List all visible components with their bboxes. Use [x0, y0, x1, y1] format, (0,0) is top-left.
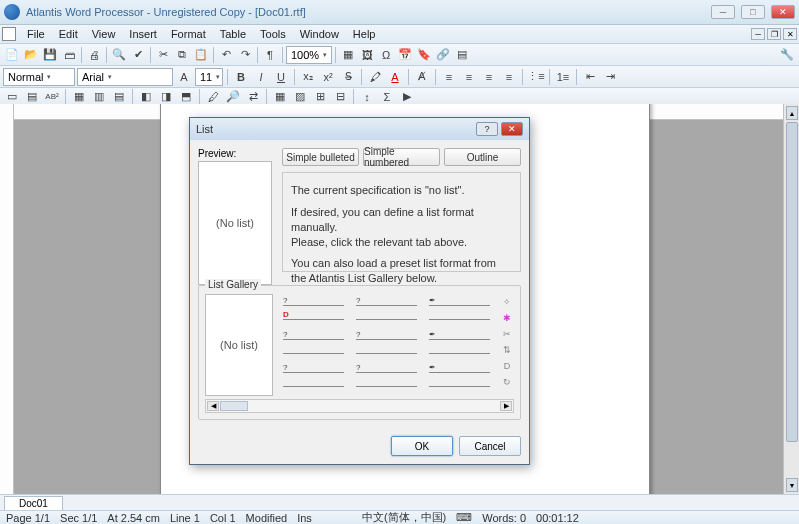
spell-icon[interactable]: ✔ [129, 46, 147, 64]
new-icon[interactable]: 📄 [3, 46, 21, 64]
style-dropdown[interactable]: Normal [3, 68, 75, 86]
menu-help[interactable]: Help [346, 27, 383, 41]
hyperlink-icon[interactable]: 🔗 [434, 46, 452, 64]
split-icon[interactable]: ⊟ [331, 88, 349, 106]
macro-icon[interactable]: ▶ [398, 88, 416, 106]
italic-icon[interactable]: I [252, 68, 270, 86]
tab-simple-bulleted[interactable]: Simple bulleted [282, 148, 359, 166]
menu-window[interactable]: Window [293, 27, 346, 41]
undo-icon[interactable]: ↶ [217, 46, 235, 64]
scroll-up-icon[interactable]: ▲ [786, 106, 798, 120]
gallery-item[interactable] [281, 363, 346, 393]
bold-icon[interactable]: B [232, 68, 250, 86]
gallery-refresh-icon[interactable]: ↻ [501, 376, 513, 388]
highlight-icon[interactable]: 🖍 [366, 68, 384, 86]
status-page[interactable]: Page 1/1 [6, 512, 50, 524]
dialog-titlebar[interactable]: List ? ✕ [190, 118, 529, 140]
abc-icon[interactable]: AB² [43, 88, 61, 106]
ok-button[interactable]: OK [391, 436, 453, 456]
status-time[interactable]: 00:01:12 [536, 512, 579, 524]
gallery-item[interactable] [281, 330, 346, 360]
align-center-icon[interactable]: ≡ [460, 68, 478, 86]
gallery-d-icon[interactable]: D [501, 360, 513, 372]
scrollbar-vertical[interactable]: ▲ ▼ [783, 104, 799, 494]
bookmark-icon[interactable]: 🔖 [415, 46, 433, 64]
bullets-icon[interactable]: ⋮≡ [527, 68, 545, 86]
gallery-item[interactable] [427, 363, 492, 393]
save-all-icon[interactable]: 🗃 [60, 46, 78, 64]
gallery-down-icon[interactable]: ⇅ [501, 344, 513, 356]
shading-icon[interactable]: ▨ [291, 88, 309, 106]
dialog-help-button[interactable]: ? [476, 122, 498, 136]
close-button[interactable]: ✕ [771, 5, 795, 19]
find-icon[interactable]: 🔎 [224, 88, 242, 106]
gallery-scrollbar[interactable]: ◀ ▶ [205, 399, 514, 413]
table-icon[interactable]: ▦ [339, 46, 357, 64]
status-modified[interactable]: Modified [246, 512, 288, 524]
paste-icon[interactable]: 📋 [192, 46, 210, 64]
gallery-icon[interactable]: ▤ [453, 46, 471, 64]
copy-icon[interactable]: ⧉ [173, 46, 191, 64]
align-left-icon[interactable]: ≡ [440, 68, 458, 86]
sort-icon[interactable]: ↕ [358, 88, 376, 106]
gallery-item[interactable] [427, 296, 492, 326]
scroll-down-icon[interactable]: ▼ [786, 478, 798, 492]
menu-view[interactable]: View [85, 27, 123, 41]
dialog-close-button[interactable]: ✕ [501, 122, 523, 136]
symbol-icon[interactable]: Ω [377, 46, 395, 64]
menu-table[interactable]: Table [213, 27, 253, 41]
numbering-icon[interactable]: 1≡ [554, 68, 572, 86]
status-ins[interactable]: Ins [297, 512, 312, 524]
align-justify-icon[interactable]: ≡ [500, 68, 518, 86]
replace-icon[interactable]: ⇄ [244, 88, 262, 106]
status-at[interactable]: At 2.54 cm [107, 512, 160, 524]
mdi-close[interactable]: ✕ [783, 28, 797, 40]
cut-icon[interactable]: ✂ [154, 46, 172, 64]
gallery-add-icon[interactable]: ✧ [501, 296, 513, 308]
border-icon[interactable]: ▦ [271, 88, 289, 106]
view-normal-icon[interactable]: ▭ [3, 88, 21, 106]
pilcrow-icon[interactable]: ¶ [261, 46, 279, 64]
menu-insert[interactable]: Insert [122, 27, 164, 41]
gallery-item[interactable] [354, 363, 419, 393]
indent-dec-icon[interactable]: ⇤ [581, 68, 599, 86]
print-icon[interactable]: 🖨 [85, 46, 103, 64]
status-col[interactable]: Col 1 [210, 512, 236, 524]
maximize-button[interactable]: □ [741, 5, 765, 19]
gallery-item[interactable] [427, 330, 492, 360]
view-print-icon[interactable]: ▤ [23, 88, 41, 106]
sum-icon[interactable]: Σ [378, 88, 396, 106]
marker1-icon[interactable]: ◧ [137, 88, 155, 106]
gallery-star-icon[interactable]: ✱ [501, 312, 513, 324]
save-icon[interactable]: 💾 [41, 46, 59, 64]
menu-tools[interactable]: Tools [253, 27, 293, 41]
menu-file[interactable]: File [20, 27, 52, 41]
merge-icon[interactable]: ⊞ [311, 88, 329, 106]
gallery-scroll-left[interactable]: ◀ [207, 401, 219, 411]
size-dropdown[interactable]: 11 [195, 68, 223, 86]
open-icon[interactable]: 📂 [22, 46, 40, 64]
cancel-button[interactable]: Cancel [459, 436, 521, 456]
status-line[interactable]: Line 1 [170, 512, 200, 524]
tab-simple-numbered[interactable]: Simple numbered [363, 148, 440, 166]
font-dropdown[interactable]: Arial [77, 68, 173, 86]
marker2-icon[interactable]: ◨ [157, 88, 175, 106]
picture-icon[interactable]: 🖼 [358, 46, 376, 64]
tab-outline[interactable]: Outline [444, 148, 521, 166]
zoom-dropdown[interactable]: 100% [286, 46, 332, 64]
ruler-vertical[interactable] [0, 104, 14, 494]
gallery-item[interactable] [281, 296, 346, 326]
help-tool-icon[interactable]: 🔧 [778, 46, 796, 64]
strike-icon[interactable]: S̶ [339, 68, 357, 86]
gallery-scroll-right[interactable]: ▶ [500, 401, 512, 411]
status-words[interactable]: Words: 0 [482, 512, 526, 524]
mdi-minimize[interactable]: ─ [751, 28, 765, 40]
gallery-up-icon[interactable]: ✂ [501, 328, 513, 340]
menu-format[interactable]: Format [164, 27, 213, 41]
doc-tab[interactable]: Doc01 [4, 496, 63, 510]
align-right-icon[interactable]: ≡ [480, 68, 498, 86]
date-icon[interactable]: 📅 [396, 46, 414, 64]
print-preview-icon[interactable]: 🔍 [110, 46, 128, 64]
highlight2-icon[interactable]: 🖊 [204, 88, 222, 106]
font-color-icon[interactable]: A [386, 68, 404, 86]
